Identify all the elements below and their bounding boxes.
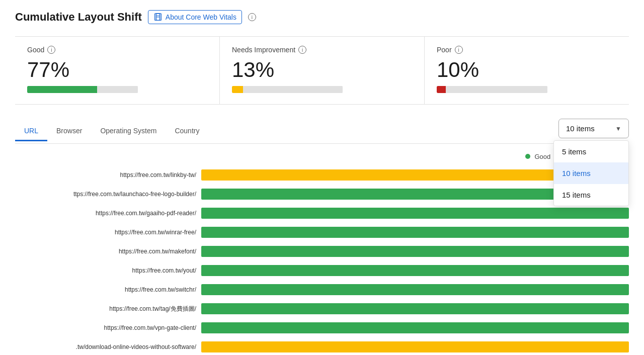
metric-poor: Poor i 10% — [425, 37, 629, 104]
bar-label: https://free.com.tw/yout/ — [15, 267, 201, 274]
tabs: URL Browser Operating System Country — [15, 122, 208, 141]
chart-legend: Good Needs Improvement — [15, 153, 629, 160]
bar-label: https://free.com.tw/vpn-gate-client/ — [15, 324, 201, 331]
poor-label: Poor — [437, 46, 452, 54]
bar-label: https://free.com.tw/winrar-free/ — [15, 229, 201, 236]
bar-chart-container: https://free.com.tw/linkby-tw/ttps://fre… — [15, 165, 629, 355]
tab-operating-system[interactable]: Operating System — [91, 122, 166, 141]
needs-progress-remainder — [243, 86, 343, 93]
metrics-row: Good i 77% Needs Improvement i 13% — [15, 36, 629, 105]
bar-fill — [201, 322, 629, 333]
bar-fill — [201, 227, 629, 238]
items-dropdown-wrapper: 10 items ▼ 5 items 10 items 15 items — [558, 119, 629, 138]
bar-fill — [201, 341, 629, 352]
needs-label: Needs Improvement — [232, 46, 295, 54]
header-info-icon[interactable]: i — [248, 13, 256, 21]
bar-track — [201, 246, 629, 257]
table-row: https://free.com.tw/winrar-free/ — [15, 223, 629, 242]
bar-track — [201, 284, 629, 295]
poor-value: 10% — [437, 58, 617, 82]
good-label: Good — [27, 46, 44, 54]
bar-fill — [201, 208, 629, 219]
about-link[interactable]: About Core Web Vitals — [148, 10, 242, 24]
bar-label: https://free.com.tw/switchr/ — [15, 286, 201, 293]
metric-good: Good i 77% — [15, 37, 220, 104]
bar-track — [201, 227, 629, 238]
about-link-label: About Core Web Vitals — [166, 13, 236, 21]
legend-good-label: Good — [535, 153, 551, 160]
book-icon — [153, 13, 163, 22]
items-dropdown-button[interactable]: 10 items ▼ — [558, 119, 629, 138]
bar-label: ttps://free.com.tw/launchaco-free-logo-b… — [15, 191, 201, 198]
bar-label: https://free.com.tw/linkby-tw/ — [15, 171, 201, 179]
bar-label: https://free.com.tw/tag/免費插圖/ — [15, 305, 201, 313]
table-row: https://free.com.tw/vpn-gate-client/ — [15, 318, 629, 337]
bar-track — [201, 303, 629, 314]
poor-progress-bar — [437, 86, 547, 93]
bar-track — [201, 208, 629, 219]
bar-track — [201, 322, 629, 333]
bar-chart: https://free.com.tw/linkby-tw/ttps://fre… — [15, 165, 629, 355]
table-row: https://free.com.tw/makefont/ — [15, 242, 629, 261]
tabs-row: URL Browser Operating System Country 10 … — [15, 119, 629, 144]
good-info-icon[interactable]: i — [47, 46, 55, 54]
good-progress-remainder — [97, 86, 138, 93]
table-row: ttps://free.com.tw/launchaco-free-logo-b… — [15, 185, 629, 204]
table-row: https://free.com.tw/gaaiho-pdf-reader/ — [15, 204, 629, 223]
items-dropdown-menu: 5 items 10 items 15 items — [553, 140, 629, 206]
bar-label: .tw/download-online-videos-without-softw… — [15, 343, 201, 350]
bar-fill — [201, 265, 629, 276]
bar-track — [201, 265, 629, 276]
table-row: https://free.com.tw/linkby-tw/ — [15, 165, 629, 185]
tab-browser[interactable]: Browser — [47, 122, 91, 141]
tab-country[interactable]: Country — [166, 122, 208, 141]
chevron-down-icon: ▼ — [615, 125, 621, 132]
dropdown-item-10[interactable]: 10 items — [554, 162, 628, 184]
poor-info-icon[interactable]: i — [455, 46, 463, 54]
metric-needs-improvement: Needs Improvement i 13% — [220, 37, 425, 104]
bar-fill — [201, 246, 629, 257]
bar-fill — [201, 303, 629, 314]
bar-label: https://free.com.tw/makefont/ — [15, 248, 201, 255]
page-title: Cumulative Layout Shift — [15, 11, 142, 24]
dropdown-item-5[interactable]: 5 items — [554, 141, 628, 162]
bar-track — [201, 341, 629, 352]
table-row: https://free.com.tw/switchr/ — [15, 280, 629, 299]
bar-fill — [201, 284, 629, 295]
dropdown-item-15[interactable]: 15 items — [554, 184, 628, 206]
good-progress-bar — [27, 86, 138, 93]
poor-progress-fill — [437, 86, 446, 93]
tab-url[interactable]: URL — [15, 122, 47, 141]
needs-progress-fill — [232, 86, 243, 93]
dropdown-selected-label: 10 items — [566, 124, 595, 133]
legend-good: Good — [525, 153, 550, 160]
bar-label: https://free.com.tw/gaaiho-pdf-reader/ — [15, 210, 201, 217]
needs-info-icon[interactable]: i — [298, 46, 306, 54]
needs-value: 13% — [232, 58, 412, 82]
good-value: 77% — [27, 58, 207, 82]
good-progress-fill — [27, 86, 97, 93]
table-row: https://free.com.tw/tag/免費插圖/ — [15, 299, 629, 318]
table-row: https://free.com.tw/yout/ — [15, 261, 629, 280]
table-row: .tw/download-online-videos-without-softw… — [15, 337, 629, 355]
needs-progress-bar — [232, 86, 343, 93]
legend-good-dot — [525, 154, 530, 159]
poor-progress-remainder — [446, 86, 547, 93]
